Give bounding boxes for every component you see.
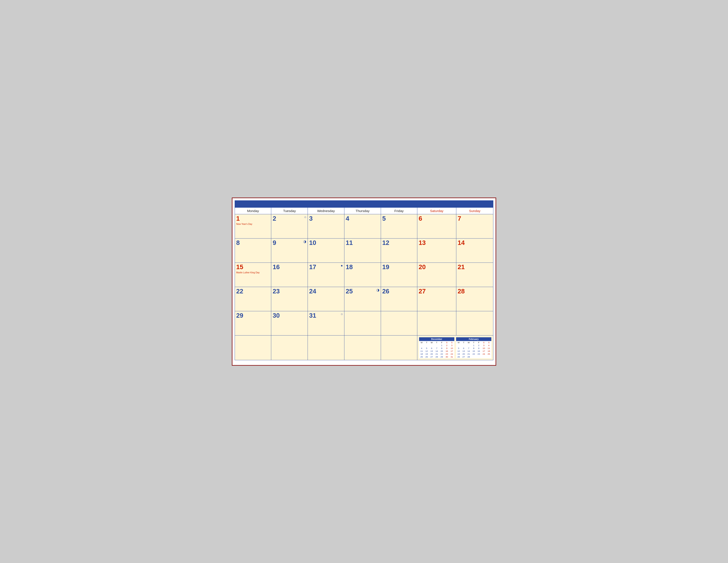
mini-cal-day-header: T xyxy=(424,341,429,344)
mini-cal-cell: 3 xyxy=(449,344,454,347)
weekday-header-row: MondayTuesdayWednesdayThursdayFridaySatu… xyxy=(235,207,493,214)
mini-cal-cell: 24 xyxy=(449,353,454,355)
mini-calendar: FebruaryMTWTFSS1234567891011121314151617… xyxy=(456,337,491,358)
mini-calendar: DecemberMTWTFSS1234567891011121314151617… xyxy=(419,337,454,358)
calendar-cell: 29 xyxy=(235,311,271,335)
day-number: 2 xyxy=(273,215,276,222)
mini-cal-cell: 9 xyxy=(476,347,481,350)
weekday-header: Saturday xyxy=(417,207,456,214)
calendar-cell: 15Martin Luther King Day xyxy=(235,262,271,287)
mini-cal-cell: 19 xyxy=(456,353,461,355)
mini-cal-cell: 16 xyxy=(444,350,449,353)
calendar-wrapper: MondayTuesdayWednesdayThursdayFridaySatu… xyxy=(232,197,496,366)
mini-cal-title: February xyxy=(456,337,491,341)
calendar-cell: 27 xyxy=(417,287,456,311)
calendar-cell: 8 xyxy=(235,238,271,262)
calendar-cell: 19 xyxy=(381,262,417,287)
calendar-cell xyxy=(417,311,456,335)
holiday-label: Martin Luther King Day xyxy=(236,271,270,274)
empty-mini-cell xyxy=(344,335,381,360)
calendar-cell: 14 xyxy=(456,238,493,262)
mini-cal-cell xyxy=(486,355,491,358)
mini-cal-cell xyxy=(434,344,439,347)
mini-cal-cell: 14 xyxy=(466,350,471,353)
mini-cal-cell: 7 xyxy=(434,347,439,350)
day-number: 1 xyxy=(236,215,240,222)
mini-cal-day-header: M xyxy=(456,341,461,344)
calendar-row: 22232425◑262728 xyxy=(235,287,493,311)
mini-cal-day-header: F xyxy=(439,341,444,344)
mini-cal-cell: 17 xyxy=(481,350,486,353)
weekday-header: Friday xyxy=(381,207,417,214)
mini-cal-cell xyxy=(419,344,424,347)
calendar-cell: 22 xyxy=(235,287,271,311)
mini-cal-cell: 14 xyxy=(434,350,439,353)
day-number: 30 xyxy=(273,312,280,319)
weekday-header: Monday xyxy=(235,207,271,214)
day-number: 13 xyxy=(419,239,426,246)
day-number: 15 xyxy=(236,263,243,271)
mini-cal-cell: 18 xyxy=(486,350,491,353)
mini-cal-day-header: W xyxy=(429,341,434,344)
mini-cal-cell: 16 xyxy=(476,350,481,353)
calendar-row: 15Martin Luther King Day1617●18192021 xyxy=(235,262,493,287)
mini-calendar-row: DecemberMTWTFSS1234567891011121314151617… xyxy=(235,335,493,360)
mini-cal-cell: 18 xyxy=(419,353,424,355)
calendar-cell: 31○ xyxy=(308,311,344,335)
day-number: 31 xyxy=(309,312,316,319)
day-number: 9 xyxy=(273,239,276,246)
holiday-label: New Year's Day xyxy=(236,223,270,225)
mini-cal-cell xyxy=(429,344,434,347)
calendar-cell: 12 xyxy=(381,238,417,262)
mini-cal-cell: 2 xyxy=(476,344,481,347)
calendar-cell xyxy=(381,311,417,335)
moon-phase-icon: ● xyxy=(341,263,343,267)
mini-cal-cell: 11 xyxy=(486,347,491,350)
mini-calendars-cell: DecemberMTWTFSS1234567891011121314151617… xyxy=(417,335,493,360)
day-number: 25 xyxy=(346,288,353,295)
moon-phase-icon: ○ xyxy=(304,215,306,219)
calendar-cell: 5 xyxy=(381,214,417,238)
mini-cal-cell: 25 xyxy=(419,355,424,358)
calendar-cell: 30 xyxy=(271,311,308,335)
mini-cal-cell xyxy=(424,344,429,347)
moon-phase-icon: ○ xyxy=(341,312,343,316)
mini-cal-day-header: S xyxy=(486,341,491,344)
footer xyxy=(235,360,493,363)
calendar-cell: 21 xyxy=(456,262,493,287)
empty-mini-cell xyxy=(235,335,271,360)
empty-mini-cell xyxy=(308,335,344,360)
mini-cal-cell: 2 xyxy=(444,344,449,347)
day-number: 14 xyxy=(458,239,465,246)
mini-cal-cell: 22 xyxy=(471,353,476,355)
day-number: 24 xyxy=(309,288,316,295)
mini-cal-cell: 29 xyxy=(439,355,444,358)
day-number: 16 xyxy=(273,263,280,271)
mini-cal-day-header: T xyxy=(471,341,476,344)
day-number: 17 xyxy=(309,263,316,271)
mini-cal-cell: 15 xyxy=(439,350,444,353)
mini-cal-day-header: S xyxy=(449,341,454,344)
calendar-cell: 13 xyxy=(417,238,456,262)
day-number: 28 xyxy=(458,288,465,295)
mini-cal-cell xyxy=(476,355,481,358)
calendar-cell: 24 xyxy=(308,287,344,311)
empty-mini-cell xyxy=(271,335,308,360)
day-number: 23 xyxy=(273,288,280,295)
empty-mini-cell xyxy=(381,335,417,360)
mini-cal-day-header: T xyxy=(434,341,439,344)
mini-cal-cell: 1 xyxy=(439,344,444,347)
mini-cal-cell xyxy=(471,355,476,358)
mini-cal-cell: 24 xyxy=(481,353,486,355)
mini-cal-cell: 17 xyxy=(449,350,454,353)
day-number: 12 xyxy=(382,239,389,246)
mini-cal-cell xyxy=(456,344,461,347)
mini-cal-cell: 13 xyxy=(461,350,466,353)
calendar-header xyxy=(235,200,493,207)
calendar-row: 293031○ xyxy=(235,311,493,335)
day-number: 29 xyxy=(236,312,243,319)
weekday-header: Thursday xyxy=(344,207,381,214)
mini-cal-cell: 26 xyxy=(424,355,429,358)
mini-cal-cell: 6 xyxy=(429,347,434,350)
day-number: 20 xyxy=(419,263,426,271)
